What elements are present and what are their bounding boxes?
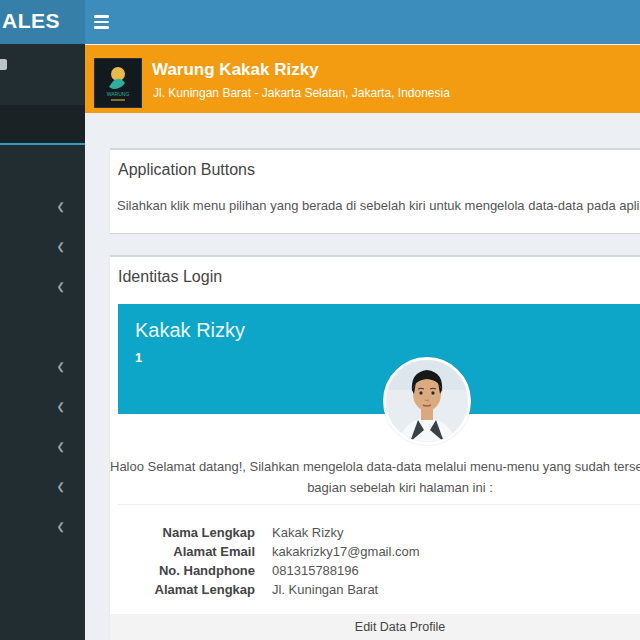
app-logo-text: ALES (2, 9, 60, 32)
welcome-message: Haloo Selamat datang!, Silahkan mengelol… (110, 456, 640, 498)
top-navbar (85, 0, 640, 44)
chevron-left-icon: ❮ (57, 401, 65, 412)
edit-data-profile-button[interactable]: Edit Data Profile (110, 614, 640, 634)
detail-value: kakakrizky17@gmail.com (272, 542, 420, 561)
app-screen: ALES ❮ ❮ ❮ ❮ ❮ ❮ ❮ ❮ (0, 0, 640, 640)
chevron-left-icon: ❮ (57, 281, 65, 292)
sidebar-search-box[interactable] (0, 105, 85, 145)
store-banner: WARUNG Warung Kakak Rizky Jl. Kuningan B… (85, 45, 640, 113)
panel-description: Silahkan klik menu pilihan yang berada d… (117, 198, 640, 213)
user-id-value: 1 (135, 350, 142, 365)
detail-row-email: Alamat Email kakakrizky17@gmail.com (118, 542, 640, 561)
sidebar-menu-item[interactable]: ❮ (0, 385, 85, 425)
detail-row-handphone: No. Handphone 081315788196 (118, 561, 640, 580)
welcome-line-1: Haloo Selamat datang!, Silahkan mengelol… (110, 456, 640, 477)
detail-value: Kakak Rizky (272, 523, 344, 542)
detail-value: 081315788196 (272, 561, 359, 580)
chevron-left-icon: ❮ (57, 521, 65, 532)
divider (118, 504, 640, 505)
sidebar-menu-item[interactable] (0, 305, 85, 345)
panel-title: Identitas Login (118, 268, 222, 286)
store-name: Warung Kakak Rizky (152, 60, 319, 80)
panel-footer: Edit Data Profile (110, 614, 640, 640)
sidebar-toggle-button[interactable] (85, 0, 117, 44)
chevron-left-icon: ❮ (57, 241, 65, 252)
profile-details: Nama Lengkap Kakak Rizky Alamat Email ka… (118, 523, 640, 599)
sidebar-menu-item[interactable]: ❮ (0, 265, 85, 305)
detail-label: Alamat Lengkap (118, 580, 255, 599)
user-panel-cutoff-fragment (0, 59, 7, 70)
sidebar-menu-item[interactable]: ❮ (0, 505, 85, 545)
hamburger-icon (94, 15, 109, 18)
user-display-name: Kakak Rizky (135, 319, 245, 342)
user-avatar (383, 357, 471, 445)
chevron-left-icon: ❮ (57, 481, 65, 492)
store-logo-image: WARUNG (95, 59, 141, 107)
svg-text:WARUNG: WARUNG (107, 91, 130, 97)
identity-login-panel: Identitas Login Kakak Rizky 1 (110, 255, 640, 640)
sidebar-menu-item[interactable]: ❮ (0, 225, 85, 265)
sidebar-menu-item[interactable]: ❮ (0, 345, 85, 385)
store-address: Jl. Kuningan Barat - Jakarta Selatan, Ja… (153, 86, 450, 100)
main-content: WARUNG Warung Kakak Rizky Jl. Kuningan B… (85, 44, 640, 640)
detail-value: Jl. Kuningan Barat (272, 580, 378, 599)
application-buttons-panel: Application Buttons Silahkan klik menu p… (110, 148, 640, 233)
detail-label: Nama Lengkap (118, 523, 255, 542)
detail-label: No. Handphone (118, 561, 255, 580)
detail-label: Alamat Email (118, 542, 255, 561)
chevron-left-icon: ❮ (57, 201, 65, 212)
welcome-line-2: bagian sebelah kiri halaman ini : (110, 477, 640, 498)
sidebar-menu-item[interactable]: ❮ (0, 425, 85, 465)
app-logo[interactable]: ALES (0, 0, 85, 44)
panel-title: Application Buttons (118, 161, 255, 179)
sidebar-menu-item[interactable]: ❮ (0, 465, 85, 505)
sidebar-menu: ❮ ❮ ❮ ❮ ❮ ❮ ❮ ❮ (0, 185, 85, 545)
detail-row-nama: Nama Lengkap Kakak Rizky (118, 523, 640, 542)
chevron-left-icon: ❮ (57, 361, 65, 372)
sidebar-menu-item[interactable]: ❮ (0, 185, 85, 225)
chevron-left-icon: ❮ (57, 441, 65, 452)
store-logo: WARUNG (94, 58, 142, 108)
detail-row-alamat: Alamat Lengkap Jl. Kuningan Barat (118, 580, 640, 599)
avatar-photo (386, 360, 468, 442)
sidebar: ALES ❮ ❮ ❮ ❮ ❮ ❮ ❮ ❮ (0, 0, 85, 640)
user-info-card: Kakak Rizky 1 (118, 304, 640, 414)
